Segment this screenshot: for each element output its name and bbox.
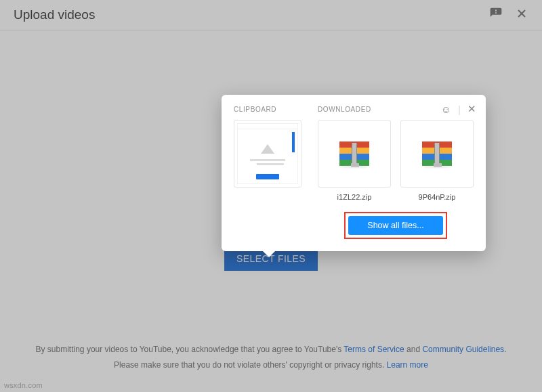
clipboard-preview xyxy=(237,123,298,184)
footer-text-2: Please make sure that you do not violate… xyxy=(114,360,387,370)
tos-link[interactable]: Terms of Service xyxy=(343,345,404,354)
clipboard-section: CLIPBOARD xyxy=(234,106,312,188)
footer-text: By submitting your videos to YouTube, yo… xyxy=(36,345,344,354)
emoji-icon[interactable]: ☺ xyxy=(441,104,451,115)
dialog-title: Upload videos xyxy=(14,7,95,22)
archive-icon xyxy=(422,141,452,166)
file-name: i1ZL22.zip xyxy=(337,193,372,201)
learn-more-link[interactable]: Learn more xyxy=(387,360,428,370)
header-actions xyxy=(489,7,528,23)
guidelines-link[interactable]: Community Guidelines xyxy=(422,345,504,354)
dialog-header: Upload videos xyxy=(0,0,542,30)
feedback-icon[interactable] xyxy=(489,7,503,23)
close-icon[interactable] xyxy=(515,7,528,23)
clipboard-label: CLIPBOARD xyxy=(234,106,312,113)
downloaded-file[interactable]: i1ZL22.zip xyxy=(318,120,391,201)
watermark: wsxdn.com xyxy=(4,381,43,389)
popover-actions: ☺ | ✕ xyxy=(441,103,476,115)
highlight-annotation: Show all files... xyxy=(344,212,446,239)
file-name: 9P64nP.zip xyxy=(419,193,456,201)
clipboard-item[interactable] xyxy=(234,120,301,188)
downloaded-file[interactable]: 9P64nP.zip xyxy=(400,120,474,201)
legal-footer: By submitting your videos to YouTube, yo… xyxy=(0,342,542,373)
show-all-files-button[interactable]: Show all files... xyxy=(348,216,442,235)
separator: | xyxy=(458,104,461,115)
file-picker-popover: ☺ | ✕ CLIPBOARD DOWNLOADED xyxy=(222,95,486,251)
close-icon[interactable]: ✕ xyxy=(467,103,476,115)
downloaded-section: DOWNLOADED i1ZL22.zip xyxy=(318,106,474,239)
archive-icon xyxy=(339,141,369,166)
